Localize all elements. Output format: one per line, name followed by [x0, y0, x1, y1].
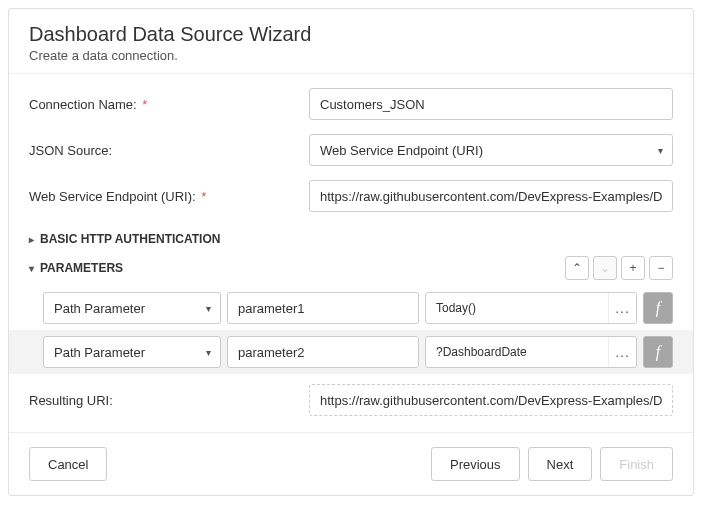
- fx-button[interactable]: f: [643, 292, 673, 324]
- param-name-input[interactable]: [227, 292, 419, 324]
- connection-name-label: Connection Name: *: [29, 97, 309, 112]
- param-name-wrap: [227, 336, 419, 368]
- resulting-uri-row: Resulting URI:: [29, 384, 673, 416]
- required-marker: *: [201, 189, 206, 204]
- chevron-down-icon: ▾: [29, 263, 34, 274]
- field-wrap: ▾: [309, 134, 673, 166]
- params-header: ▾ Parameters ⌃ ⌄ + −: [29, 252, 673, 286]
- param-name-wrap: [227, 292, 419, 324]
- label-text: Web Service Endpoint (URI):: [29, 189, 196, 204]
- dialog-title: Dashboard Data Source Wizard: [29, 23, 673, 46]
- json-source-label: JSON Source:: [29, 143, 309, 158]
- connection-name-row: Connection Name: *: [29, 88, 673, 120]
- param-value-wrap: ...: [425, 292, 637, 324]
- param-name-input[interactable]: [227, 336, 419, 368]
- dialog-header: Dashboard Data Source Wizard Create a da…: [9, 9, 693, 73]
- endpoint-row: Web Service Endpoint (URI): *: [29, 180, 673, 212]
- param-type-wrap: ▾: [43, 292, 221, 324]
- param-value-ellipsis-button[interactable]: ...: [608, 293, 636, 323]
- footer-right: Previous Next Finish: [431, 447, 673, 481]
- next-button[interactable]: Next: [528, 447, 593, 481]
- dialog-body: Connection Name: * JSON Source: ▾ Web Se…: [9, 74, 693, 416]
- param-type-select[interactable]: [43, 336, 221, 368]
- move-down-button[interactable]: ⌄: [593, 256, 617, 280]
- resulting-uri-label: Resulting URI:: [29, 393, 309, 408]
- param-row: ▾ ... f: [29, 286, 673, 330]
- json-source-select[interactable]: [309, 134, 673, 166]
- move-up-button[interactable]: ⌃: [565, 256, 589, 280]
- field-wrap: [309, 88, 673, 120]
- dialog-subtitle: Create a data connection.: [29, 48, 673, 63]
- connection-name-input[interactable]: [309, 88, 673, 120]
- add-button[interactable]: +: [621, 256, 645, 280]
- endpoint-input[interactable]: [309, 180, 673, 212]
- chevron-right-icon: ▸: [29, 234, 34, 245]
- params-section-header[interactable]: ▾ Parameters: [29, 261, 565, 275]
- dialog-footer: Cancel Previous Next Finish: [9, 432, 693, 495]
- param-type-wrap: ▾: [43, 336, 221, 368]
- endpoint-label: Web Service Endpoint (URI): *: [29, 189, 309, 204]
- field-wrap: [309, 180, 673, 212]
- wizard-dialog: Dashboard Data Source Wizard Create a da…: [8, 8, 694, 496]
- auth-section-header[interactable]: ▸ Basic HTTP Authentication: [29, 226, 673, 252]
- params-toolbar: ⌃ ⌄ + −: [565, 256, 673, 280]
- param-row: ▾ ... f: [9, 330, 693, 374]
- param-value-wrap: ...: [425, 336, 637, 368]
- remove-button[interactable]: −: [649, 256, 673, 280]
- resulting-uri-output: [309, 384, 673, 416]
- param-value-input[interactable]: [425, 292, 637, 324]
- field-wrap: [309, 384, 673, 416]
- section-title: Basic HTTP Authentication: [40, 232, 220, 246]
- param-value-ellipsis-button[interactable]: ...: [608, 337, 636, 367]
- finish-button: Finish: [600, 447, 673, 481]
- label-text: Connection Name:: [29, 97, 137, 112]
- param-type-select[interactable]: [43, 292, 221, 324]
- cancel-button[interactable]: Cancel: [29, 447, 107, 481]
- fx-button[interactable]: f: [643, 336, 673, 368]
- section-title: Parameters: [40, 261, 123, 275]
- required-marker: *: [142, 97, 147, 112]
- param-value-input[interactable]: [425, 336, 637, 368]
- json-source-row: JSON Source: ▾: [29, 134, 673, 166]
- previous-button[interactable]: Previous: [431, 447, 520, 481]
